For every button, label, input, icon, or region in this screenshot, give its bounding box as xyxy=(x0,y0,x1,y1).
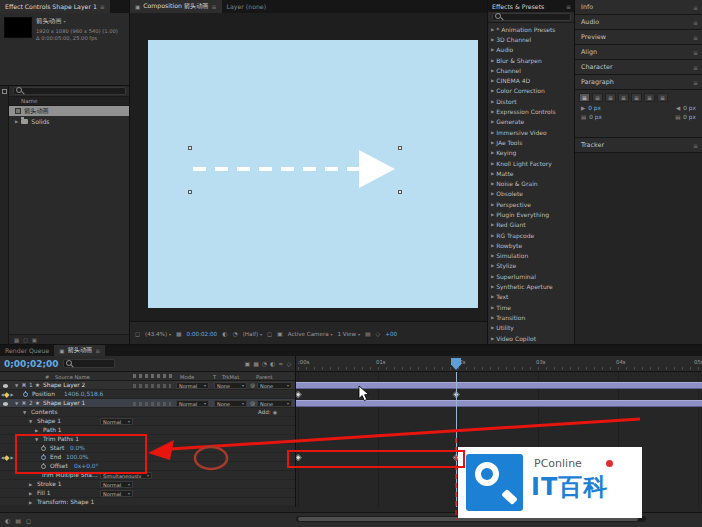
blend-mode-select[interactable]: Normal▾ xyxy=(176,400,209,407)
layer-switches[interactable] xyxy=(133,402,171,406)
panel-menu-icon[interactable]: ≡ xyxy=(95,347,100,354)
column-parent[interactable]: Parent xyxy=(256,374,273,380)
align-left-button[interactable]: ≡ xyxy=(579,93,590,102)
twirl-icon[interactable]: ▶ xyxy=(491,243,494,248)
composition-viewer[interactable] xyxy=(130,13,488,321)
fill-blend-mode-select[interactable]: Normal▾ xyxy=(100,490,133,497)
panel-menu-icon[interactable]: ≡ xyxy=(693,64,698,71)
panel-menu-icon[interactable]: ≡ xyxy=(212,3,217,10)
effects-category[interactable]: ▶Text xyxy=(488,292,575,302)
project-name-column-header[interactable]: Name xyxy=(9,97,130,106)
align-panel-header[interactable]: Align≡ xyxy=(575,45,702,60)
twirl-icon[interactable]: ▶ xyxy=(29,491,32,496)
keyframe-navigator[interactable]: ◀▶ xyxy=(1,455,13,460)
twirl-icon[interactable]: ▶ xyxy=(491,140,494,145)
twirl-icon[interactable]: ▶ xyxy=(491,315,494,320)
effects-category[interactable]: ▶Plugin Everything xyxy=(488,209,575,219)
panel-menu-icon[interactable]: ≡ xyxy=(693,34,698,41)
trkmat-select[interactable]: None▾ xyxy=(214,382,247,389)
panel-menu-icon[interactable]: ≡ xyxy=(100,3,105,10)
effects-category[interactable]: ▶Generate xyxy=(488,117,575,127)
layer-row-shape-layer-1[interactable]: ▼ 2 ★ Shape Layer 1 Normal▾ None▾ @ None… xyxy=(0,399,295,408)
property-row-position[interactable]: ◀▶ Position 1406.0,518.6 xyxy=(0,390,295,399)
tab-render-queue[interactable]: Render Queue xyxy=(0,345,54,356)
grid-guides-icon[interactable]: ▦ xyxy=(176,330,182,337)
align-right-button[interactable]: ≡ xyxy=(605,93,616,102)
composition-canvas[interactable] xyxy=(148,40,478,308)
twirl-icon[interactable]: ▶ xyxy=(491,78,494,83)
zoom-menu-icon[interactable]: ◻ xyxy=(135,330,140,337)
property-row-start[interactable]: Start 0.0% xyxy=(0,444,295,453)
visibility-eye-icon[interactable] xyxy=(3,384,8,388)
twirl-icon[interactable]: ▶ xyxy=(35,428,38,433)
twirl-icon[interactable]: ▶ xyxy=(491,263,494,268)
twirl-icon[interactable]: ▶ xyxy=(491,212,494,217)
justify-last-right-button[interactable]: ≡ xyxy=(644,93,655,102)
twirl-icon[interactable]: ▼ xyxy=(29,419,32,424)
twirl-icon[interactable]: ▶ xyxy=(491,161,494,166)
twirl-icon[interactable]: ▶ xyxy=(29,500,32,505)
selection-handle[interactable] xyxy=(398,146,402,150)
layer-color-chip[interactable] xyxy=(22,383,26,387)
trim-multiple-select[interactable]: Simultaneously▾ xyxy=(100,472,152,479)
selection-handle[interactable] xyxy=(188,146,192,150)
panel-menu-icon[interactable]: ≡ xyxy=(693,49,698,56)
timeline-search-input[interactable] xyxy=(63,359,115,368)
blend-mode-select[interactable]: Normal▾ xyxy=(176,382,209,389)
parent-select[interactable]: None▾ xyxy=(257,400,292,407)
exposure-value[interactable]: +00 xyxy=(385,331,397,337)
effects-category[interactable]: ▶CINEMA 4D xyxy=(488,75,575,85)
tab-effect-controls[interactable]: Effect Controls Shape Layer 1 ≡ xyxy=(0,0,110,13)
effects-presets-header[interactable]: Effects & Presets ≡ xyxy=(488,0,575,12)
parent-pickwhip-icon[interactable]: @ xyxy=(250,382,255,388)
stopwatch-icon[interactable] xyxy=(41,464,46,469)
keyframe-diamond[interactable] xyxy=(295,454,301,460)
twirl-icon[interactable]: ▼ xyxy=(15,401,18,406)
justify-last-center-button[interactable]: ≡ xyxy=(631,93,642,102)
twirl-icon[interactable]: ▼ xyxy=(35,437,38,442)
align-center-button[interactable]: ≡ xyxy=(592,93,603,102)
twirl-icon[interactable]: ▶ xyxy=(491,305,494,310)
project-footer-icon[interactable]: ▦ xyxy=(14,337,19,343)
tracker-panel-header[interactable]: Tracker≡ xyxy=(575,138,702,153)
panel-menu-icon[interactable]: ≡ xyxy=(693,19,698,26)
column-number[interactable]: # xyxy=(45,374,49,380)
add-shape-menu[interactable]: Add:◉ xyxy=(258,409,277,415)
region-of-interest-icon[interactable]: ◻ xyxy=(267,330,272,337)
layer-duration-bar[interactable] xyxy=(296,400,702,407)
twirl-icon[interactable]: ▶ xyxy=(491,27,494,32)
offset-value[interactable]: 0x+0.0° xyxy=(74,463,98,469)
character-panel-header[interactable]: Character≡ xyxy=(575,60,702,75)
expand-render-time-icon[interactable]: ◻ xyxy=(26,517,31,524)
effects-category[interactable]: ▶Synthetic Aperture xyxy=(488,281,575,291)
property-row-trim-multiple-shapes[interactable]: Trim Multiple Shapes Simultaneously▾ xyxy=(0,471,295,480)
new-comp-icon[interactable]: ▣ xyxy=(32,337,37,343)
keyframe-navigator[interactable]: ◀▶ xyxy=(1,392,13,397)
twirl-icon[interactable]: ▶ xyxy=(491,150,494,155)
indent-left-field[interactable]: ▶0 px xyxy=(581,105,601,111)
effects-category[interactable]: ▶Perspective xyxy=(488,199,575,209)
trkmat-select[interactable]: None▾ xyxy=(214,400,247,407)
twirl-icon[interactable]: ▶ xyxy=(491,191,494,196)
twirl-icon[interactable]: ▶ xyxy=(491,58,494,63)
effects-category[interactable]: ▶Transition xyxy=(488,312,575,322)
effects-category[interactable]: ▶* Animation Presets xyxy=(488,24,575,34)
effects-category[interactable]: ▶Keying xyxy=(488,148,575,158)
group-row-transform-shape-1[interactable]: ▶ Transform: Shape 1 xyxy=(0,498,295,507)
twirl-icon[interactable]: ▶ xyxy=(491,99,494,104)
draft-3d-icon[interactable]: ▦ xyxy=(253,360,259,367)
project-search-input[interactable] xyxy=(13,87,126,95)
twirl-icon[interactable]: ▶ xyxy=(491,171,494,176)
effects-category[interactable]: ▶Utility xyxy=(488,323,575,333)
effects-category[interactable]: ▶Expression Controls xyxy=(488,106,575,116)
twirl-icon[interactable]: ▶ xyxy=(491,68,494,73)
twirl-icon[interactable]: ▶ xyxy=(491,222,494,227)
group-row-fill-1[interactable]: ▶ Fill 1 Normal▾ xyxy=(0,489,295,498)
effects-category[interactable]: ▶Rowbyte xyxy=(488,240,575,250)
space-before-field[interactable]: ▤0 px xyxy=(581,114,602,120)
frame-blending-icon[interactable]: ◐ xyxy=(270,360,275,367)
selection-handle[interactable] xyxy=(188,190,192,194)
effects-category[interactable]: ▶Color Correction xyxy=(488,86,575,96)
twirl-icon[interactable]: ▶ xyxy=(491,274,494,279)
panel-menu-icon[interactable]: ≡ xyxy=(693,79,698,86)
